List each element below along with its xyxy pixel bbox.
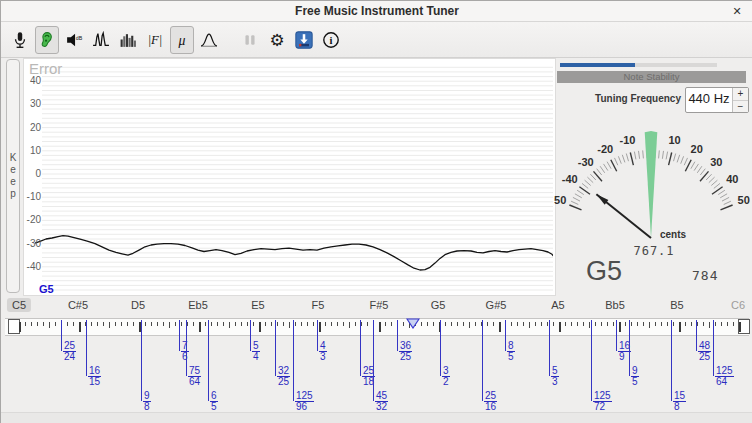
svg-text:40: 40 xyxy=(726,173,738,185)
detected-frequency-display: 767.1 xyxy=(613,244,695,258)
note-label-F5[interactable]: F5 xyxy=(312,298,325,312)
ruler-tick xyxy=(655,322,656,326)
ruler-tick xyxy=(217,322,218,326)
svg-text:μ: μ xyxy=(178,32,186,47)
cents-gauge: -50-40-30-20-1001020304050 xyxy=(554,112,750,244)
ji-ratio-line xyxy=(317,320,318,351)
ruler-tick xyxy=(337,322,338,326)
harmonics-button[interactable] xyxy=(116,26,140,54)
ruler-tick xyxy=(331,322,332,326)
fourier-button[interactable]: |F| xyxy=(143,26,167,54)
tuning-frequency-value[interactable]: 440 Hz xyxy=(686,88,732,112)
stability-progress-fill xyxy=(560,63,635,67)
app-window: Free Music Instrument Tuner ✕ dB xyxy=(0,0,752,423)
note-label-C6[interactable]: C6 xyxy=(731,298,745,312)
error-chart: Error 403020100-10-20-30-40 G5 xyxy=(23,58,556,296)
ruler-tick xyxy=(79,322,81,332)
note-label-Bb5[interactable]: Bb5 xyxy=(605,298,625,312)
note-label-C5[interactable]: C5 xyxy=(7,298,31,312)
note-label-E5[interactable]: E5 xyxy=(251,298,264,312)
note-label-Eb5[interactable]: Eb5 xyxy=(188,298,208,312)
ruler-tick xyxy=(565,322,566,326)
volume-db-icon: dB xyxy=(65,31,83,49)
detected-note-name: G5 xyxy=(586,256,622,287)
ji-ratio-9-8: 98 xyxy=(143,391,151,412)
ruler-tick xyxy=(157,322,158,326)
svg-text:-30: -30 xyxy=(578,156,594,168)
ruler-tick xyxy=(127,322,128,326)
ji-ratio-48-25: 4825 xyxy=(698,341,711,362)
note-label-F#5[interactable]: F#5 xyxy=(370,298,389,312)
spin-down-button[interactable]: − xyxy=(733,100,748,113)
close-button[interactable]: ✕ xyxy=(729,3,745,19)
ruler-tick xyxy=(187,322,188,326)
ruler-tick xyxy=(607,322,608,326)
note-label-G#5[interactable]: G#5 xyxy=(486,298,507,312)
svg-text:20: 20 xyxy=(691,143,703,155)
ruler-tick xyxy=(463,322,464,326)
ji-ratio-5-4: 54 xyxy=(252,341,260,362)
ji-ratio-line xyxy=(186,320,187,376)
save-button[interactable] xyxy=(292,26,316,54)
ruler-tick xyxy=(163,322,164,326)
ji-ratio-4-3: 43 xyxy=(319,341,327,362)
note-label-G5[interactable]: G5 xyxy=(431,298,446,312)
ruler-tick xyxy=(205,322,206,326)
ruler-tick xyxy=(679,322,681,332)
ruler-tick xyxy=(37,322,38,326)
ji-ratio-7-6: 76 xyxy=(181,341,189,362)
ruler-tick xyxy=(547,322,548,326)
note-ruler[interactable] xyxy=(5,318,749,336)
svg-text:dB: dB xyxy=(76,34,83,40)
settings-button[interactable]: ⚙ xyxy=(265,26,289,54)
ruler-tick xyxy=(625,322,626,326)
ji-ratio-75-64: 7564 xyxy=(188,366,201,387)
ji-ratio-25-16: 2516 xyxy=(484,391,497,412)
ji-ratio-line xyxy=(505,320,506,351)
ruler-tick xyxy=(109,322,110,328)
y-axis-tick-label: 10 xyxy=(24,145,41,156)
ruler-tick xyxy=(535,322,536,326)
info-icon: i xyxy=(322,31,340,49)
spin-up-button[interactable]: + xyxy=(733,88,748,100)
note-label-D5[interactable]: D5 xyxy=(131,298,145,312)
ji-ratio-line xyxy=(275,320,276,376)
harmonics-icon xyxy=(119,31,137,49)
ji-ratio-5-3: 53 xyxy=(551,366,559,387)
svg-text:|F|: |F| xyxy=(148,33,163,47)
about-button[interactable]: i xyxy=(319,26,343,54)
ruler-tick xyxy=(601,322,602,326)
ruler-tick xyxy=(517,322,518,326)
gaussian-button[interactable] xyxy=(197,26,221,54)
y-axis-tick-label: 30 xyxy=(24,98,41,109)
ruler-tick xyxy=(121,322,122,326)
ruler-tick xyxy=(313,322,314,326)
ruler-tick xyxy=(727,322,728,326)
note-label-B5[interactable]: B5 xyxy=(670,298,683,312)
pause-button[interactable] xyxy=(238,26,262,54)
ruler-tick xyxy=(25,322,26,326)
note-label-A5[interactable]: A5 xyxy=(551,298,564,312)
y-axis-tick-label: -30 xyxy=(24,238,41,249)
ruler-tick xyxy=(289,322,290,328)
ji-ratio-line xyxy=(141,320,142,401)
microphone-button[interactable] xyxy=(8,26,32,54)
ruler-tick xyxy=(451,322,452,326)
waveform-button[interactable] xyxy=(89,26,113,54)
tuner-ear-button[interactable] xyxy=(35,26,59,54)
target-frequency-display: 784 xyxy=(692,268,718,283)
mu-statistics-icon: μ xyxy=(173,31,191,49)
ruler-tick xyxy=(247,322,248,326)
ruler-tick xyxy=(55,322,56,326)
toolbar: dB |F| μ xyxy=(1,22,752,58)
titlebar: Free Music Instrument Tuner ✕ xyxy=(1,1,752,22)
note-label-C#5[interactable]: C#5 xyxy=(68,298,88,312)
ruler-tick xyxy=(643,322,644,326)
ruler-tick xyxy=(319,322,321,332)
error-plot xyxy=(24,59,553,293)
tuning-frequency-label: Tuning Frequency xyxy=(557,93,681,104)
keep-button[interactable]: Keep xyxy=(6,59,20,293)
ruler-tick xyxy=(697,322,698,326)
volume-db-button[interactable]: dB xyxy=(62,26,86,54)
mu-statistics-button[interactable]: μ xyxy=(170,26,194,54)
